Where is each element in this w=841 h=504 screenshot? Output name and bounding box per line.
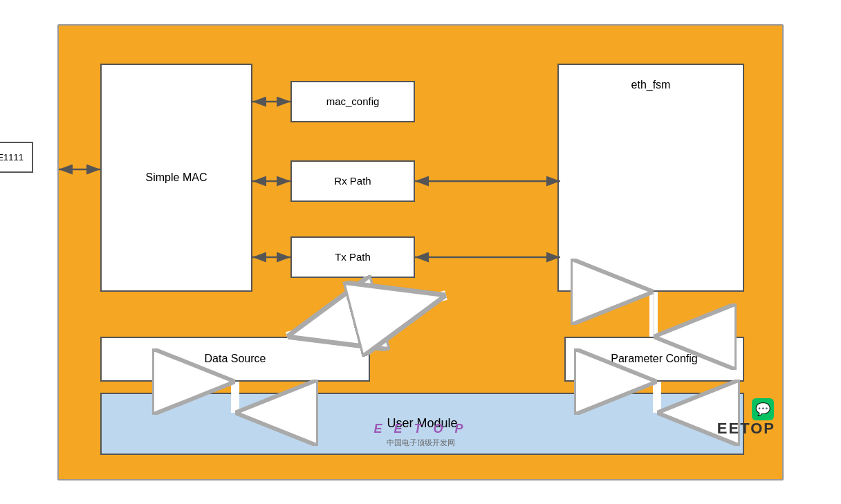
eth-fsm-label: eth_fsm [631,79,671,91]
simple-mac-block: Simple MAC [100,64,252,292]
user-module-label: User Module [387,416,457,431]
param-config-label: Parameter Config [611,353,697,365]
ext-box: 88E1111 [0,142,33,173]
mac-config-label: mac_config [326,95,380,107]
mac-config-block: mac_config [290,81,415,122]
data-source-block: Data Source [100,337,370,382]
eetop-logo: EETOP [717,420,775,438]
rx-path-block: Rx Path [290,160,415,202]
eth-fsm-block: eth_fsm [557,64,744,292]
wechat-icon: 💬 [752,398,774,420]
simple-mac-label: Simple MAC [146,171,207,184]
user-module-block: User Module [100,393,744,455]
rx-path-label: Rx Path [334,175,371,187]
diagram-container: 88E1111 Simple MAC eth_fsm mac_config Rx… [40,14,801,491]
tx-path-label: Tx Path [335,251,371,263]
data-source-label: Data Source [205,353,266,365]
param-config-block: Parameter Config [564,337,744,382]
svg-line-16 [287,295,446,337]
ext-label: 88E1111 [0,152,24,162]
outer-box: Simple MAC eth_fsm mac_config Rx Path Tx… [57,24,784,480]
tx-path-block: Tx Path [290,236,415,278]
